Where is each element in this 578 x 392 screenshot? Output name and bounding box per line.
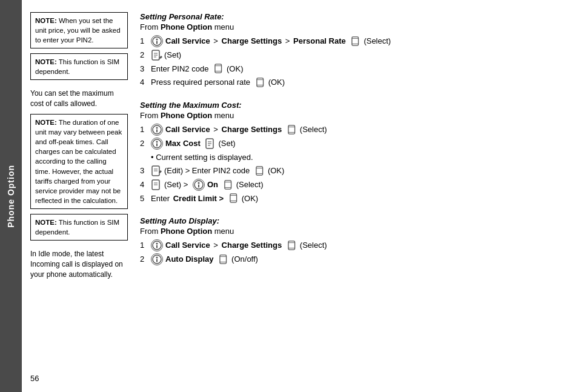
step-2-2: 2 Max Cost (140, 138, 566, 150)
note-box-1: NOTE: When you set the unit price, you w… (30, 12, 128, 48)
nav-icon-2b (151, 138, 163, 150)
sidebar-label: Phone Option (6, 165, 16, 228)
section-from-1: From Phone Option menu (140, 22, 566, 32)
step-2-3: 3 (Edit) > Enter PIN2 code (140, 165, 566, 177)
nav-icon-2 (151, 124, 163, 136)
section-from-bold-1: Phone Option (161, 22, 212, 32)
step-2-4: 4 (Set) > (140, 179, 566, 191)
svg-rect-42 (225, 180, 231, 188)
note-label-4: NOTE: (35, 219, 57, 226)
nav-icon-1 (151, 35, 163, 47)
step-1-2: 2 (Set) (140, 49, 566, 61)
left-text-2: In Idle mode, the latest Incoming call i… (30, 249, 128, 279)
step-1-1: 1 Call Service > Charge Settings > Perso… (140, 35, 566, 47)
svg-rect-56 (156, 259, 158, 262)
svg-rect-19 (156, 129, 158, 132)
svg-point-1 (156, 39, 158, 41)
phone-icon-3b-1 (218, 254, 230, 265)
step-list-2: 1 Call Service > Charge Settings (140, 124, 566, 205)
nav-icon-3b (151, 253, 163, 265)
step-1-4: 4 Press required personal rate (OK) (140, 76, 566, 88)
sidebar: Phone Option (0, 0, 22, 392)
phone-icon-5-1 (228, 193, 241, 204)
svg-point-18 (156, 127, 158, 128)
note-box-4: NOTE: This function is SIM dependent. (30, 214, 128, 241)
step-list-1: 1 Call Service > Charge Settings > Perso… (140, 35, 566, 88)
step-2-1: 1 Call Service > Charge Settings (140, 124, 566, 136)
step-2-5: 5 Enter Credit Limit > (OK) (140, 193, 566, 205)
phone-icon-1 (350, 36, 362, 47)
svg-point-55 (156, 257, 158, 259)
svg-point-24 (156, 141, 158, 142)
section-from-2: From Phone Option menu (140, 111, 566, 120)
left-column: NOTE: When you set the unit price, you w… (22, 12, 134, 380)
right-column: Setting Personal Rate: From Phone Option… (134, 12, 578, 380)
section-title-1: Setting Personal Rate: (140, 12, 566, 21)
step-2-bullet: • Current setting is displayed. (151, 151, 566, 164)
note-label-2: NOTE: (35, 58, 57, 65)
svg-point-49 (156, 243, 158, 245)
section-personal-rate: Setting Personal Rate: From Phone Option… (140, 12, 566, 88)
svg-rect-33 (256, 167, 263, 175)
section-from-3: From Phone Option menu (140, 227, 566, 236)
svg-rect-51 (288, 241, 295, 250)
left-text-1: You can set the maximum cost of calls al… (30, 88, 128, 109)
step-1-3: 3 Enter PIN2 code (OK) (140, 63, 566, 75)
section-title-3: Setting Auto Display: (140, 216, 566, 225)
section-auto-display: Setting Auto Display: From Phone Option … (140, 216, 566, 265)
edit-icon-2 (205, 138, 217, 149)
svg-point-40 (198, 182, 200, 184)
svg-rect-3 (352, 37, 359, 45)
phone-icon-4 (255, 77, 267, 88)
step-list-3: 1 Call Service > Charge Settings (140, 239, 566, 265)
phone-icon-2-1 (287, 124, 299, 135)
note-box-3: NOTE: The duration of one unit may vary … (30, 114, 128, 209)
main-content: NOTE: When you set the unit price, you w… (22, 0, 578, 392)
step-3-2: 2 Auto Display (140, 253, 566, 265)
svg-rect-14 (257, 78, 264, 87)
edit-icon-1 (151, 50, 163, 61)
note-box-2: NOTE: This function is SIM dependent. (30, 53, 128, 80)
svg-rect-50 (156, 245, 158, 248)
phone-icon-3a-1 (287, 240, 299, 251)
note-label-3: NOTE: (35, 119, 57, 126)
phone-icon-3 (213, 63, 225, 74)
edit-icon-3 (151, 165, 163, 176)
section-title-2: Setting the Maximum Cost: (140, 101, 566, 110)
svg-rect-57 (220, 255, 227, 264)
page-number: 56 (30, 374, 39, 383)
svg-rect-20 (288, 125, 295, 133)
phone-icon-3-1 (254, 165, 267, 176)
edit-icon-4 (151, 179, 163, 190)
nav-icon-4 (193, 179, 205, 191)
svg-rect-41 (198, 184, 199, 187)
svg-rect-11 (215, 64, 222, 73)
svg-rect-45 (230, 194, 237, 202)
nav-icon-3a (151, 239, 163, 251)
step-3-1: 1 Call Service > Charge Settings (140, 239, 566, 251)
phone-icon-4-1 (223, 179, 235, 190)
svg-rect-2 (156, 41, 158, 44)
section-max-cost: Setting the Maximum Cost: From Phone Opt… (140, 101, 566, 205)
note-label-1: NOTE: (35, 17, 57, 24)
note-text-3: The duration of one unit may vary betwee… (35, 119, 122, 204)
svg-rect-25 (156, 143, 158, 146)
